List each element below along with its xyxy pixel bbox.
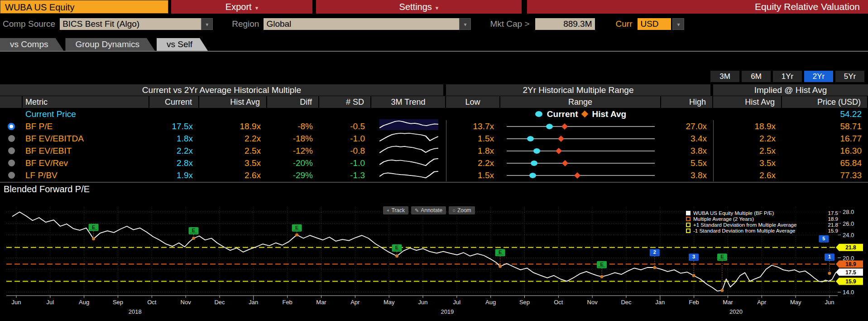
tab-vs-comps[interactable]: vs Comps xyxy=(0,38,63,51)
x-axis-month-label: Aug xyxy=(485,299,496,306)
tab-underline xyxy=(0,51,868,52)
legend-value: 21.8 xyxy=(828,222,838,228)
sd-value: -1.3 xyxy=(319,169,371,181)
chart-title: Blended Forward P/E xyxy=(4,184,90,195)
table-row[interactable]: BF P/E17.5x18.9x-8%-0.513.7x27.0x18.9x58… xyxy=(0,120,868,132)
legend-swatch xyxy=(686,223,691,227)
y-axis-label: 28.0 xyxy=(843,209,854,215)
y-axis-label: 20.0 xyxy=(843,255,854,262)
column-header: Diff xyxy=(267,96,319,108)
row-radio[interactable] xyxy=(8,172,15,179)
table-row[interactable]: BF EV/EBITDA1.8x2.2x-18%-1.01.5x3.4x2.2x… xyxy=(0,132,868,145)
radio-cell xyxy=(0,160,23,166)
x-axis-month-label: Nov xyxy=(587,299,598,306)
range-button-2yr[interactable]: 2Yr xyxy=(804,71,833,82)
group-header: Implied @ Hist Avg xyxy=(713,84,868,96)
x-axis-month-label: Nov xyxy=(181,299,192,306)
range-legend-current-label: Current xyxy=(547,108,578,120)
row-radio[interactable] xyxy=(8,160,15,166)
x-axis-month-label: Jun xyxy=(825,299,834,306)
tab-group-dynamics[interactable]: Group Dynamics xyxy=(65,38,155,51)
earnings-dot xyxy=(395,254,398,258)
column-header: Current xyxy=(149,96,199,108)
event-badge-label: E xyxy=(499,249,502,255)
group-header: Current vs 2Yr Average Historical Multip… xyxy=(0,84,446,96)
legend-label: WUBA US Equity Multiple (BF P/E) xyxy=(693,210,825,216)
chevron-down-icon[interactable]: ▾ xyxy=(672,18,684,30)
column-header: 3M Trend xyxy=(371,96,446,108)
ticker-box[interactable]: WUBA US Equity xyxy=(0,0,168,14)
range-track xyxy=(500,169,661,181)
sd-value: -0.5 xyxy=(319,120,371,132)
export-menu-button[interactable]: Export▾ xyxy=(171,0,312,14)
range-button-5yr[interactable]: 5Yr xyxy=(835,71,864,82)
x-axis-year-label: 2020 xyxy=(729,308,743,315)
chevron-down-icon[interactable]: ▾ xyxy=(201,18,213,30)
x-axis-month-label: Apr xyxy=(757,299,767,306)
current-marker xyxy=(531,160,537,166)
range-legend-hist-label: Hist Avg xyxy=(592,108,626,120)
mkt-cap-input[interactable]: 889.3M xyxy=(535,18,595,30)
diff-value: -29% xyxy=(267,169,319,181)
region-select[interactable]: Global xyxy=(264,18,459,30)
region-label: Region xyxy=(232,19,259,29)
chevron-down-icon[interactable]: ▾ xyxy=(459,18,471,30)
legend-label: -1 Standard Deviation from Multiple Aver… xyxy=(693,228,825,233)
legend-swatch xyxy=(686,229,691,233)
current-value: 1.8x xyxy=(149,132,199,145)
table-row[interactable]: BF EV/EBIT2.2x2.5x-12%-0.81.8x3.8x2.5x16… xyxy=(0,145,868,157)
x-axis-month-label: Dec xyxy=(214,299,225,306)
table-row-current-price: Current PriceCurrentHist Avg54.22 xyxy=(0,108,868,120)
curr-label: Curr xyxy=(616,19,633,29)
tab-vs-self[interactable]: vs Self xyxy=(157,38,208,51)
high-value: 5.5x xyxy=(661,157,713,169)
range-button-6m[interactable]: 6M xyxy=(742,71,771,82)
current-value: 1.9x xyxy=(149,169,199,181)
low-value: 1.5x xyxy=(446,132,500,145)
chart-legend: WUBA US Equity Multiple (BF P/E)17.5Mult… xyxy=(684,209,840,235)
low-value: 1.8x xyxy=(446,145,500,157)
axis-price-badge-label: 18.9 xyxy=(845,261,856,268)
range-button-3m[interactable]: 3M xyxy=(710,71,739,82)
row-radio[interactable] xyxy=(8,135,15,142)
legend-item: +1 Standard Deviation from Multiple Aver… xyxy=(686,222,838,228)
metric-label: BF P/E xyxy=(23,120,149,132)
comp-source-select[interactable]: BICS Best Fit (Algo) xyxy=(60,18,201,30)
trend-sparkline xyxy=(379,119,438,130)
x-axis-month-label: May xyxy=(790,299,801,306)
x-axis-month-label: Oct xyxy=(554,299,563,306)
column-header: Metric xyxy=(23,96,149,108)
x-axis-month-label: Oct xyxy=(147,299,157,306)
current-marker xyxy=(546,124,553,129)
event-badge-label: 1 xyxy=(828,254,831,259)
earnings-dot xyxy=(692,274,695,277)
table-row[interactable]: BF EV/Rev2.8x3.5x-20%-1.02.2x5.5x3.5x65.… xyxy=(0,157,868,169)
hist-avg-marker xyxy=(561,123,568,129)
radio-cell xyxy=(0,172,23,179)
earnings-dot xyxy=(499,265,502,268)
event-badge-label: E xyxy=(720,254,724,259)
hist-avg-value: 2.5x xyxy=(199,145,267,157)
hist-avg-marker xyxy=(562,160,568,166)
legend-value: 18.9 xyxy=(828,216,838,222)
y-axis-label: 24.0 xyxy=(843,232,854,238)
sd-value: -1.0 xyxy=(319,157,371,169)
range-track xyxy=(500,145,661,157)
currency-select[interactable]: USD xyxy=(638,18,671,30)
current-marker xyxy=(533,148,540,154)
current-value: 2.2x xyxy=(149,145,199,157)
legend-swatch xyxy=(686,217,691,221)
column-header: Price (USD) xyxy=(782,96,868,108)
controls-bar: Comp Source BICS Best Fit (Algo) ▾ Regio… xyxy=(0,17,868,31)
group-header: 2Yr Historical Multiple Range xyxy=(446,84,713,96)
low-value: 2.2x xyxy=(446,157,500,169)
column-header: High xyxy=(661,96,713,108)
range-button-1yr[interactable]: 1Yr xyxy=(773,71,802,82)
event-badge-label: E xyxy=(192,228,195,233)
table-row[interactable]: LF P/BV1.9x2.6x-29%-1.31.5x3.8x2.6x77.33 xyxy=(0,169,868,181)
time-range-buttons: 3M6M1Yr2Yr5Yr xyxy=(710,71,864,82)
row-radio[interactable] xyxy=(8,123,15,130)
row-radio[interactable] xyxy=(8,147,15,154)
settings-menu-button[interactable]: Settings▾ xyxy=(316,0,522,14)
range-track xyxy=(500,132,661,145)
